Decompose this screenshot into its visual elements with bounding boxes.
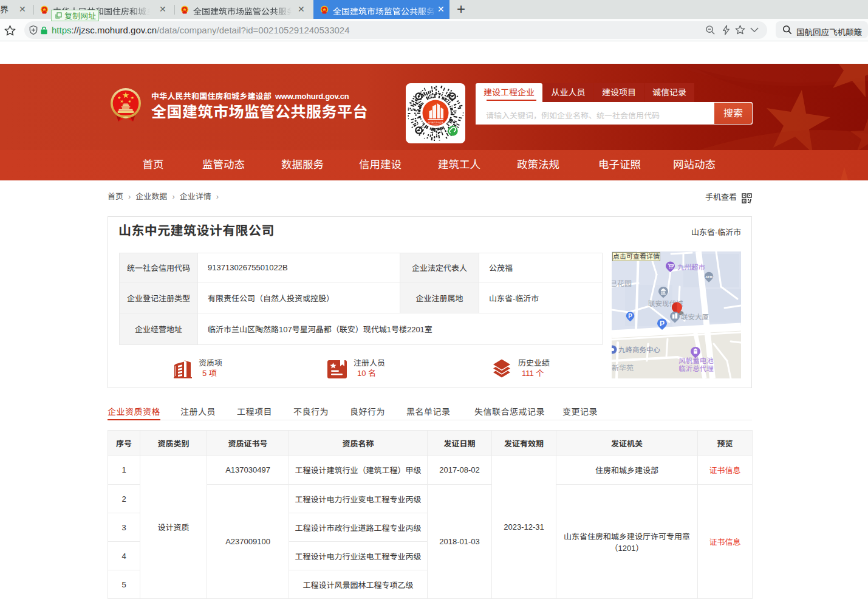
svg-text:新华苑: 新华苑	[612, 364, 634, 372]
svg-text:P: P	[660, 320, 665, 328]
svg-text:风帆蓄电池: 风帆蓄电池	[678, 357, 714, 364]
svg-text:公共服务平台: 公共服务平台	[431, 124, 440, 126]
svg-text:全国建筑市场监管: 全国建筑市场监管	[428, 121, 443, 124]
svg-text:己花园: 己花园	[612, 279, 632, 288]
svg-text:九峰商务中心: 九峰商务中心	[618, 346, 660, 354]
svg-text:P: P	[628, 313, 632, 320]
svg-text:临沂总代理: 临沂总代理	[678, 365, 714, 372]
svg-text:联安大厦: 联安大厦	[681, 313, 709, 321]
svg-text:ATM: ATM	[705, 275, 713, 279]
svg-text:九州超市: 九州超市	[677, 264, 705, 271]
